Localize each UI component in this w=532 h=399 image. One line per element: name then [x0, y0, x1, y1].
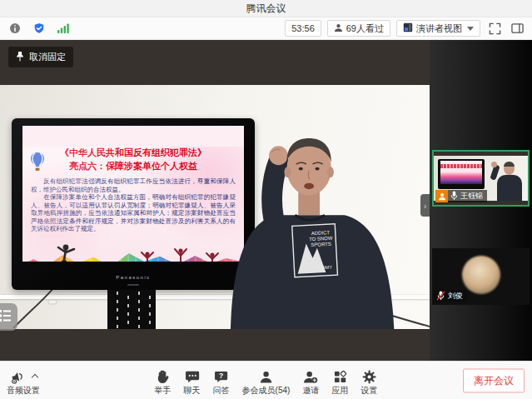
mini-tv: [438, 159, 485, 189]
mic-muted-icon: [436, 291, 445, 302]
view-mode-label: 演讲者视图: [416, 22, 462, 35]
participant-video-wangyujin[interactable]: 王钰锦: [432, 150, 530, 207]
bottom-control-bar: 音频设置 举手 聊天 ? 问答: [0, 361, 532, 399]
view-mode-icon: [403, 22, 413, 34]
slide-paragraph: 在保障涉案单位和个人合法权益方面，明确对有组织犯罪的犯罪嫌疑人、被告人，可以适用…: [31, 193, 236, 233]
sidebar-collapse-button[interactable]: ›: [420, 194, 430, 217]
chat-icon: [185, 368, 200, 384]
pin-icon: [16, 51, 24, 63]
slide-paragraph: 反有组织犯罪法强调反有组织犯罪工作应当依法进行，尊重和保障人权，维护公民和组织的…: [31, 177, 236, 193]
raise-hand-label: 举手: [155, 385, 172, 397]
avatar: [462, 256, 500, 294]
apps-icon: [333, 368, 347, 384]
meeting-content: 《中华人民共和国反有组织犯罪法》 亮点六：保障涉案单位个人权益 反有组织犯罪法强…: [0, 40, 532, 361]
chevron-right-icon: ›: [424, 201, 427, 211]
fullscreen-icon[interactable]: [486, 20, 503, 37]
shirt-text: ADDICT: [311, 230, 331, 236]
tv-brand-logo: Panasonic: [12, 275, 255, 280]
window-title: 腾讯会议: [246, 2, 286, 16]
slide-body: 反有组织犯罪法强调反有组织犯罪工作应当依法进行，尊重和保障人权，维护公民和组织的…: [31, 177, 236, 233]
host-badge-icon: [435, 190, 448, 202]
settings-gear-icon: [362, 368, 376, 384]
raise-hand-icon: [156, 368, 170, 384]
meeting-info-icon[interactable]: [7, 20, 23, 37]
tv-screen: 《中华人民共和国反有组织犯罪法》 亮点六：保障涉案单位个人权益 反有组织犯罪法强…: [22, 126, 244, 262]
qa-icon: ?: [214, 368, 228, 384]
invite-button[interactable]: 邀请: [302, 365, 319, 397]
participant-video-liujun[interactable]: 刘俊: [432, 248, 530, 305]
settings-label: 设置: [360, 385, 377, 397]
viewers-label: 69人看过: [346, 22, 384, 35]
presenter-person: ADDICT TO SNOW SPORTS ARMY: [223, 132, 428, 329]
viewers-count-button[interactable]: 69人看过: [327, 20, 390, 37]
qa-button[interactable]: ? 问答: [213, 365, 230, 397]
tv-led: [127, 284, 139, 286]
viewers-icon: [334, 23, 343, 34]
tv-stand: [107, 290, 156, 329]
participant-name: 王钰锦: [460, 191, 483, 202]
main-video-stage: 《中华人民共和国反有组织犯罪法》 亮点六：保障涉案单位个人权益 反有组织犯罪法强…: [0, 40, 430, 361]
speaker-icon: [10, 368, 28, 384]
meeting-toolbar: 53:56 69人看过 演讲者视图: [0, 17, 532, 40]
chat-button[interactable]: 聊天: [184, 365, 201, 397]
meeting-window: 腾讯会议 53:56 69人看过: [0, 0, 532, 399]
participants-button[interactable]: 参会成员(54): [242, 365, 291, 397]
participants-label: 参会成员(54): [242, 385, 291, 397]
leave-meeting-button[interactable]: 离开会议: [463, 368, 525, 392]
network-signal-icon[interactable]: [55, 20, 72, 37]
chevron-down-icon: [467, 27, 474, 31]
shirt-text: ARMY: [319, 265, 332, 271]
tv: 《中华人民共和国反有组织犯罪法》 亮点六：保障涉案单位个人权益 反有组织犯罪法强…: [12, 118, 255, 290]
participant-name: 刘俊: [448, 291, 463, 302]
presenter-video: 《中华人民共和国反有组织犯罪法》 亮点六：保障涉案单位个人权益 反有组织犯罪法强…: [0, 85, 430, 329]
list-icon: [0, 309, 12, 326]
side-panel-icon[interactable]: [509, 20, 525, 37]
window-titlebar: 腾讯会议: [0, 0, 532, 17]
raise-hand-button[interactable]: 举手: [155, 365, 172, 397]
participants-sidebar: ›: [430, 40, 532, 361]
audio-settings-button[interactable]: 音频设置: [7, 365, 40, 397]
view-mode-button[interactable]: 演讲者视图: [396, 20, 480, 37]
unpin-label: 取消固定: [29, 51, 66, 63]
apps-button[interactable]: 应用: [331, 365, 348, 397]
mic-icon: [450, 191, 458, 202]
security-shield-icon[interactable]: [31, 20, 47, 37]
shirt-text: SPORTS: [311, 242, 331, 247]
presentation-slide: 《中华人民共和国反有组织犯罪法》 亮点六：保障涉案单位个人权益 反有组织犯罪法强…: [22, 147, 244, 262]
chat-label: 聊天: [184, 385, 201, 397]
hot-air-balloon-graphic: [29, 152, 46, 177]
chevron-up-icon[interactable]: [31, 374, 37, 381]
unpin-button[interactable]: 取消固定: [8, 47, 73, 67]
participants-icon: [259, 368, 273, 384]
floating-list-button[interactable]: [0, 303, 17, 331]
invite-label: 邀请: [302, 385, 319, 397]
qa-label: 问答: [213, 385, 230, 397]
invite-icon: [303, 368, 318, 384]
svg-text:?: ?: [219, 372, 223, 380]
meeting-duration: 53:56: [285, 20, 321, 37]
slide-subtitle: 亮点六：保障涉案单位个人权益: [27, 160, 239, 172]
slide-title: 《中华人民共和国反有组织犯罪法》: [27, 147, 239, 159]
audio-settings-label: 音频设置: [7, 385, 40, 397]
apps-label: 应用: [331, 385, 348, 397]
settings-button[interactable]: 设置: [360, 365, 377, 397]
slide-decoration-bars: [22, 251, 244, 262]
